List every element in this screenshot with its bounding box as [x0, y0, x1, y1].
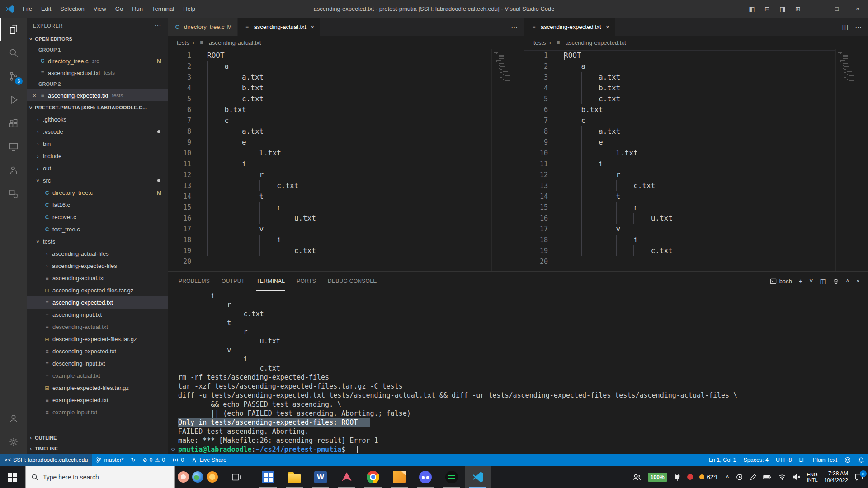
breadcrumb-folder[interactable]: tests — [177, 39, 189, 46]
tree-item-recover.c[interactable]: Crecover.c — [27, 211, 168, 223]
explorer-icon[interactable] — [0, 18, 27, 41]
menu-file[interactable]: File — [18, 0, 37, 18]
volume-mute-icon[interactable] — [793, 474, 801, 480]
code-area[interactable]: 1ROOT2 a3 a.txt4 b.txt5 c.txt6 b.txt7 c8… — [524, 49, 835, 271]
close-window-button[interactable]: × — [847, 0, 868, 18]
tree-item-ascending-input.txt[interactable]: ≡ascending-input.txt — [27, 309, 168, 321]
close-editor-icon[interactable]: × — [30, 92, 38, 99]
workspace-folder-header[interactable]: ˅ PRETEST-PMUTIA [SSH: LABRADOODLE.C... — [27, 101, 168, 113]
taskbar-app-grid[interactable] — [255, 466, 281, 488]
open-editor-item[interactable]: ×≡ascending-expected.txttests — [27, 89, 168, 101]
more-actions-icon[interactable]: ⋯ — [855, 23, 862, 31]
action-center[interactable]: 8 — [854, 473, 863, 481]
start-button[interactable] — [0, 466, 25, 488]
tree-item-.vscode[interactable]: ›.vscode — [27, 126, 168, 138]
toggle-panel-icon[interactable]: ⊟ — [760, 5, 775, 13]
more-actions-icon[interactable]: ⋯ — [511, 23, 518, 31]
language-mode-item[interactable]: Plain Text — [809, 454, 841, 466]
taskbar-search[interactable]: Type here to search — [25, 466, 175, 488]
feedback-item[interactable] — [841, 454, 854, 466]
extensions-icon[interactable] — [0, 112, 27, 135]
menu-go[interactable]: Go — [111, 0, 127, 18]
settings-gear-icon[interactable] — [0, 430, 27, 454]
taskbar-app-orange[interactable] — [386, 466, 412, 488]
tree-item-out[interactable]: ›out — [27, 162, 168, 174]
maximize-panel-icon[interactable]: ˄ — [846, 277, 849, 285]
account-icon[interactable] — [0, 407, 27, 430]
new-terminal-icon[interactable]: + — [799, 277, 802, 285]
plug-icon[interactable] — [674, 473, 681, 481]
tree-item-descending-input.txt[interactable]: ≡descending-input.txt — [27, 357, 168, 370]
battery-icon[interactable] — [763, 474, 772, 480]
taskbar-app-discord[interactable] — [412, 466, 439, 488]
git-branch-item[interactable]: master* — [92, 454, 127, 466]
breadcrumb[interactable]: tests › ≡ ascending-actual.txt — [168, 36, 524, 49]
cursor-position-item[interactable]: Ln 1, Col 1 — [705, 454, 740, 466]
close-panel-icon[interactable]: × — [856, 277, 860, 285]
editor-content[interactable]: 1ROOT2 a3 a.txt4 b.txt5 c.txt6 b.txt7 c8… — [168, 49, 524, 271]
taskbar-app-file-explorer[interactable] — [281, 466, 307, 488]
open-editors-header[interactable]: ˅ OPEN EDITORS — [27, 33, 168, 44]
menu-edit[interactable]: Edit — [37, 0, 56, 18]
task-view-button[interactable] — [222, 466, 249, 488]
terminal-dropdown-icon[interactable]: ˅ — [809, 277, 813, 285]
tree-item-directory_tree.c[interactable]: Cdirectory_tree.cM — [27, 187, 168, 199]
taskbar-app-spotify[interactable] — [439, 466, 465, 488]
tree-item-src[interactable]: ˅src — [27, 174, 168, 187]
problems-item[interactable]: ⊘ 0 ⚠ 0 — [139, 454, 169, 466]
taskbar-widget-icon-2[interactable] — [192, 471, 203, 483]
live-share-icon[interactable] — [0, 159, 27, 182]
taskbar-app-vscode[interactable] — [465, 466, 491, 488]
tree-item-.githooks[interactable]: ›.githooks — [27, 113, 168, 126]
show-hidden-icons-chevron[interactable]: ˄ — [726, 474, 729, 480]
alarm-clock-icon[interactable] — [736, 473, 743, 481]
source-control-icon[interactable]: 3 — [0, 65, 27, 88]
people-icon[interactable] — [632, 473, 642, 481]
language-indicator[interactable]: ENG INTL — [807, 472, 818, 483]
tab-directory-tree-c[interactable]: C directory_tree.c M — [168, 18, 238, 36]
kill-terminal-icon[interactable] — [833, 278, 839, 285]
tree-item-ascending-actual.txt[interactable]: ≡ascending-actual.txt — [27, 272, 168, 284]
maximize-button[interactable]: □ — [826, 0, 847, 18]
menu-view[interactable]: View — [89, 0, 111, 18]
menu-selection[interactable]: Selection — [56, 0, 89, 18]
taskbar-app-word[interactable]: W — [307, 466, 334, 488]
taskbar-app-moth[interactable] — [334, 466, 360, 488]
tree-item-example-expected.txt[interactable]: ≡example-expected.txt — [27, 394, 168, 406]
minimize-button[interactable]: — — [806, 0, 826, 18]
weather-widget[interactable]: 62°F — [699, 474, 720, 480]
tree-item-bin[interactable]: ›bin — [27, 138, 168, 150]
tree-item-descending-expected-files.tar.gz[interactable]: ⊞descending-expected-files.tar.gz — [27, 333, 168, 345]
editor-content[interactable]: 1ROOT2 a3 a.txt4 b.txt5 c.txt6 b.txt7 c8… — [524, 49, 868, 271]
toggle-secondary-sidebar-icon[interactable]: ◨ — [775, 5, 790, 13]
tree-item-example-actual.txt[interactable]: ≡example-actual.txt — [27, 370, 168, 382]
tab-ascending-actual-txt[interactable]: ≡ ascending-actual.txt × — [238, 18, 321, 36]
tree-item-fat16.c[interactable]: Cfat16.c — [27, 199, 168, 211]
network-icon[interactable] — [778, 474, 786, 480]
run-debug-icon[interactable] — [0, 88, 27, 112]
notifications-item[interactable] — [854, 454, 868, 466]
panel-tab-problems[interactable]: PROBLEMS — [179, 272, 210, 291]
code-area[interactable]: 1ROOT2 a3 a.txt4 b.txt5 c.txt6 b.txt7 c8… — [168, 49, 491, 271]
panel-tab-output[interactable]: OUTPUT — [222, 272, 245, 291]
tree-item-tests[interactable]: ˅tests — [27, 235, 168, 248]
recording-indicator-icon[interactable] — [687, 474, 693, 480]
tree-item-ascending-expected.txt[interactable]: ≡ascending-expected.txt — [27, 296, 168, 309]
custom-view-icon[interactable] — [0, 182, 27, 206]
close-tab-icon[interactable]: × — [606, 23, 609, 31]
breadcrumb-file[interactable]: ascending-actual.txt — [209, 39, 261, 46]
eol-item[interactable]: LF — [795, 454, 809, 466]
breadcrumb[interactable]: tests › ≡ ascending-expected.txt — [524, 36, 868, 49]
sidebar-more-actions-icon[interactable]: ⋯ — [154, 22, 161, 30]
breadcrumb-folder[interactable]: tests — [533, 39, 546, 46]
split-editor-icon[interactable]: ◫ — [842, 23, 849, 31]
tree-item-descending-actual.txt[interactable]: ≡descending-actual.txt — [27, 321, 168, 333]
tree-item-descending-expected.txt[interactable]: ≡descending-expected.txt — [27, 345, 168, 357]
outline-section-header[interactable]: › OUTLINE — [27, 432, 168, 443]
split-terminal-icon[interactable]: ◫ — [820, 277, 826, 285]
tree-item-ascending-actual-files[interactable]: ›ascending-actual-files — [27, 248, 168, 260]
taskbar-app-chrome[interactable] — [360, 466, 386, 488]
remote-explorer-icon[interactable] — [0, 135, 27, 159]
tree-item-include[interactable]: ›include — [27, 150, 168, 162]
breadcrumb-file[interactable]: ascending-expected.txt — [566, 39, 626, 46]
